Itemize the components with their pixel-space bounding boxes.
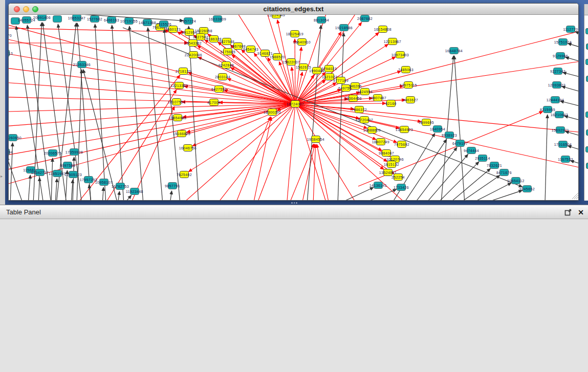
graph-node[interactable]: 10958107 (95, 179, 113, 186)
graph-node[interactable]: 9227342 (550, 68, 565, 75)
graph-node[interactable]: 12975115 (400, 82, 417, 89)
window-resize-grip[interactable] (574, 195, 578, 199)
citation-edge-black[interactable] (564, 116, 578, 121)
citation-edge-black[interactable] (448, 168, 490, 200)
graph-node[interactable]: 18226058 (195, 28, 212, 34)
citation-edge-black[interactable] (28, 175, 30, 200)
citation-edge-red[interactable] (9, 104, 295, 173)
graph-node[interactable]: 15751074 (554, 39, 572, 46)
graph-node[interactable]: 2053170 (9, 32, 12, 39)
graph-node[interactable]: 9463627 (403, 97, 418, 103)
graph-node[interactable]: 10654985 (169, 115, 186, 121)
citation-edge-red[interactable] (235, 15, 295, 104)
citation-edge-red[interactable] (295, 30, 578, 104)
graph-node[interactable]: 17359928 (66, 149, 83, 156)
graph-node[interactable]: 15822037 (282, 59, 300, 65)
citation-edge-black[interactable] (571, 161, 578, 165)
graph-node[interactable]: 2935114 (475, 155, 490, 162)
citation-edge-black[interactable] (568, 43, 578, 48)
citation-edge-red[interactable] (9, 104, 295, 189)
graph-node[interactable]: 22420046 (185, 52, 202, 58)
graph-node[interactable]: 10719155 (120, 18, 138, 25)
citation-edge-black[interactable] (562, 86, 578, 92)
window-resize-grip[interactable] (576, 197, 578, 199)
graph-node[interactable]: 15692971 (552, 127, 569, 134)
citation-edge-red[interactable] (287, 104, 295, 200)
graph-node[interactable]: 8813054 (314, 17, 329, 24)
graph-node[interactable]: 7485063 (398, 67, 413, 73)
graph-node[interactable]: 12093822 (548, 82, 565, 89)
graph-node[interactable]: 2087682 (357, 15, 373, 22)
graph-node[interactable]: 10973493 (391, 52, 409, 58)
citation-edge-black[interactable] (102, 187, 103, 200)
graph-node[interactable]: 17016504 (554, 141, 572, 148)
citation-edge-red[interactable] (215, 104, 295, 200)
network-graph-canvas[interactable]: 1872400776638229660123891295418226058982… (9, 15, 578, 200)
graph-node[interactable]: 16782753 (112, 183, 129, 190)
graph-node[interactable]: 19218586 (335, 25, 353, 31)
citation-edge-black[interactable] (560, 101, 578, 106)
citation-edge-black[interactable] (55, 179, 57, 200)
graph-node[interactable]: 10653247 (68, 15, 85, 21)
citation-edge-black[interactable] (563, 73, 578, 77)
close-panel-icon[interactable]: ✕ (577, 208, 585, 217)
citation-edge-black[interactable] (129, 26, 143, 200)
graph-node[interactable]: 10654112 (507, 178, 525, 184)
citation-edge-black[interactable] (454, 56, 465, 200)
graph-node[interactable]: 7625402 (177, 171, 192, 178)
graph-node[interactable]: 19384554 (307, 136, 324, 143)
citation-edge-black[interactable] (338, 33, 344, 200)
graph-node[interactable]: 6479197 (452, 140, 468, 147)
graph-node[interactable]: 12124549 (268, 15, 285, 18)
graph-node[interactable]: 16648784 (445, 48, 463, 54)
graph-node[interactable]: 3624554 (357, 89, 373, 95)
graph-node[interactable]: 7832621 (487, 162, 502, 169)
citation-edge-black[interactable] (51, 158, 53, 200)
citation-edge-red[interactable] (253, 117, 271, 200)
graph-node[interactable]: 9242848 (219, 62, 234, 69)
citation-edge-red[interactable] (188, 104, 295, 172)
citation-edge-red[interactable] (295, 39, 295, 104)
graph-node[interactable]: 2718120 (176, 68, 191, 75)
citation-edge-black[interactable] (124, 195, 132, 200)
window-titlebar[interactable]: citations_edges.txt (9, 4, 578, 15)
graph-node[interactable]: 16210643 (551, 112, 568, 118)
graph-node[interactable]: 11923448 (126, 188, 143, 195)
graph-node[interactable]: 1840954 (430, 126, 445, 133)
graph-node[interactable]: 6466163 (104, 17, 119, 24)
graph-node[interactable] (53, 16, 62, 23)
graph-node[interactable]: 20691406 (33, 15, 51, 21)
citation-edge-black[interactable] (170, 191, 172, 200)
graph-node[interactable]: 62160 (385, 100, 396, 107)
graph-node[interactable]: 8471676 (496, 169, 512, 176)
graph-node[interactable]: 9474444 (464, 147, 479, 154)
graph-node[interactable]: 12444194 (547, 97, 564, 103)
graph-node[interactable]: 15720407 (356, 117, 373, 123)
citation-edge-black[interactable] (118, 191, 120, 200)
citation-edge-black[interactable] (565, 57, 578, 62)
citation-edge-red[interactable] (295, 23, 362, 104)
graph-node[interactable]: 1527602 (87, 16, 102, 23)
graph-node[interactable]: 18325419 (286, 31, 303, 37)
graph-node[interactable]: 9129966 (553, 53, 568, 59)
splitter-handle[interactable] (291, 202, 297, 204)
citation-edge-black[interactable] (112, 25, 124, 200)
graph-node[interactable]: 12213383 (170, 82, 188, 89)
citation-edge-black[interactable] (38, 178, 40, 200)
sidebar-collapse-arrow-icon[interactable]: ▸ (1, 174, 3, 179)
graph-node[interactable]: 16154808 (374, 26, 391, 33)
background-window[interactable] (584, 4, 588, 201)
graph-node[interactable]: 417004 (207, 99, 221, 106)
graph-node[interactable]: 21053346 (73, 61, 91, 68)
graph-node[interactable]: 252254 (391, 174, 405, 181)
graph-node[interactable]: 16033809 (209, 16, 226, 23)
graph-node[interactable]: 16640910 (293, 39, 311, 46)
graph-node[interactable]: 1167533 (558, 156, 573, 163)
citation-edge-red[interactable] (313, 144, 316, 200)
graph-node[interactable]: 18807249 (372, 139, 389, 145)
graph-node[interactable]: 9884067 (379, 150, 394, 157)
float-panel-icon[interactable] (564, 209, 572, 216)
graph-node[interactable]: 2803144 (215, 74, 230, 80)
citation-edge-black[interactable] (545, 115, 548, 200)
graph-node[interactable]: 11451947 (49, 170, 66, 177)
